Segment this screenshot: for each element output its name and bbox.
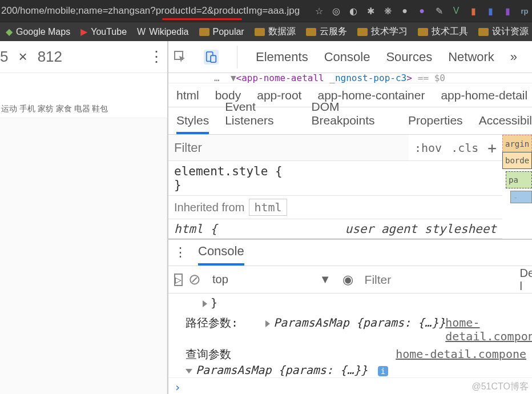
bookmarks-bar: ◆Google Maps ▶YouTube WWikipedia Popular…	[0, 22, 532, 41]
devtools-panel: Elements Console Sources Network » … ▼ <…	[167, 41, 532, 394]
box-content: -	[510, 191, 532, 203]
bookmark-datasource[interactable]: 数据源	[255, 26, 296, 38]
log-path-label: 路径参数:	[186, 316, 238, 329]
console-play-icon[interactable]: ▷	[174, 274, 183, 286]
url-text[interactable]: 200/home/mobile;name=zhangsan?productId=…	[0, 5, 300, 17]
viewport-height-value[interactable]: 812	[38, 48, 62, 66]
breadcrumb-item[interactable]: app-home-detail	[441, 89, 527, 102]
blue-square-icon[interactable]: ▮	[485, 6, 495, 16]
log-query-label: 查询参数	[186, 347, 231, 361]
kebab-menu-icon[interactable]: ⋮	[149, 48, 164, 66]
drawer-kebab-icon[interactable]: ⋮	[174, 245, 187, 266]
bookmark-cloud[interactable]: 云服务	[306, 26, 347, 38]
folder-icon	[357, 28, 368, 36]
drawer-tab-console[interactable]: Console	[198, 244, 244, 266]
svg-rect-2	[211, 55, 216, 62]
tab-network[interactable]: Network	[448, 50, 494, 65]
folder-icon	[255, 28, 265, 36]
console-filter-input[interactable]	[365, 273, 514, 287]
folder-icon	[306, 28, 316, 36]
square-icon[interactable]: ▮	[468, 6, 478, 16]
page-viewport: 5 × 812 ⋮ 运动 手机 家纺 家食 电器 鞋包	[0, 41, 167, 394]
inherited-label: Inherited from	[174, 201, 244, 214]
moon-icon[interactable]: ◐	[348, 6, 358, 16]
cls-toggle[interactable]: .cls	[451, 141, 478, 155]
annotation-red-underline-url	[162, 18, 242, 20]
console-clear-icon[interactable]: ⊘	[188, 271, 201, 288]
box-padding: pa	[506, 171, 532, 188]
bookmark-google-maps[interactable]: ◆Google Maps	[6, 26, 70, 37]
box-border: borde	[502, 152, 532, 169]
bookmark-wikipedia[interactable]: WWikipedia	[137, 27, 188, 37]
url-bar-action-icons: ☆ ◎ ◐ ✱ ❋ ● ● ✎ V ▮ ▮ ▮ rp	[314, 6, 530, 16]
devtools-main-tabs: Elements Console Sources Network »	[168, 41, 532, 73]
bookmark-tech-tools[interactable]: 技术工具	[418, 26, 468, 38]
target-icon[interactable]: ◎	[331, 6, 341, 16]
pencil-icon[interactable]: ✎	[434, 6, 444, 16]
inherited-from-row: Inherited from html	[168, 195, 502, 219]
console-output[interactable]: } 路径参数: ParamsAsMap {params: {…}} home-d…	[168, 294, 532, 377]
folder-icon	[199, 28, 209, 36]
purple-circle-icon[interactable]: ●	[417, 6, 427, 16]
bookmark-design[interactable]: 设计资源	[478, 26, 529, 38]
bookmark-popular[interactable]: Popular	[199, 27, 244, 37]
inherited-tag[interactable]: html	[249, 199, 287, 216]
box-model-diagram[interactable]: argin borde pa -	[502, 135, 532, 239]
live-expression-icon[interactable]: ◉	[342, 272, 353, 287]
folder-icon	[478, 28, 489, 36]
box-margin: argin	[502, 135, 532, 152]
subtab-properties[interactable]: Properties	[408, 114, 463, 134]
star-icon[interactable]: ☆	[314, 6, 324, 16]
new-style-rule-icon[interactable]: +	[487, 139, 497, 156]
subtab-dom-breakpoints[interactable]: DOM Breakpoints	[312, 100, 392, 134]
log-levels-select[interactable]: Default l	[520, 267, 532, 293]
axure-icon[interactable]: rp	[519, 6, 530, 16]
vue-icon[interactable]: V	[451, 6, 461, 16]
viewport-dimension-separator: ×	[18, 48, 27, 66]
subtab-styles[interactable]: Styles	[176, 114, 209, 134]
breadcrumb-item[interactable]: html	[176, 89, 199, 102]
app-category-nav[interactable]: 运动 手机 家纺 家食 电器 鞋包	[0, 100, 167, 118]
tab-console[interactable]: Console	[324, 50, 370, 65]
tab-elements[interactable]: Elements	[256, 50, 308, 65]
console-drawer: ⋮ Console ▷ ⊘ top ▼ ◉ Default l }	[168, 239, 532, 394]
purple-square-icon[interactable]: ▮	[502, 6, 513, 16]
elements-sub-tabs: Styles Event Listeners DOM Breakpoints P…	[168, 107, 532, 135]
console-context-select[interactable]: top	[212, 273, 228, 286]
chevron-down-icon[interactable]: ▼	[320, 273, 331, 286]
subtab-accessibility[interactable]: Accessibil	[479, 114, 532, 134]
circle-icon[interactable]: ●	[400, 6, 410, 16]
app-content-area	[0, 118, 167, 394]
tabs-overflow-icon[interactable]: »	[510, 50, 517, 65]
viewport-width-value[interactable]: 5	[0, 48, 8, 66]
device-toolbar-icon[interactable]	[204, 50, 219, 65]
styles-filter-input[interactable]	[168, 135, 409, 160]
subtab-event-listeners[interactable]: Event Listeners	[225, 100, 295, 134]
tab-sources[interactable]: Sources	[386, 50, 432, 65]
source-link[interactable]: home-detail.compone	[396, 347, 526, 361]
html-rule[interactable]: html {	[174, 222, 217, 236]
watermark-text: @51CTO博客	[471, 381, 529, 393]
element-style-block[interactable]: element.style { }	[168, 161, 502, 195]
bookmark-tech-learn[interactable]: 技术学习	[357, 26, 408, 38]
folder-icon	[418, 28, 428, 36]
inspect-element-icon[interactable]	[173, 50, 188, 65]
source-link[interactable]: home-detail.compone	[445, 316, 532, 343]
dom-tree-selected-node[interactable]: … ▼ <app-nome-aetall _ngnost-pop-c3> == …	[168, 73, 532, 83]
bookmark-youtube[interactable]: ▶YouTube	[80, 26, 127, 37]
info-badge-icon[interactable]: i	[378, 366, 388, 376]
hov-toggle[interactable]: :hov	[414, 141, 442, 155]
browser-url-bar[interactable]: 200/home/mobile;name=zhangsan?productId=…	[0, 0, 532, 22]
user-agent-label: user agent stylesheet	[345, 222, 497, 236]
chat-icon[interactable]: ✱	[365, 6, 376, 16]
atom-icon[interactable]: ❋	[382, 6, 393, 16]
